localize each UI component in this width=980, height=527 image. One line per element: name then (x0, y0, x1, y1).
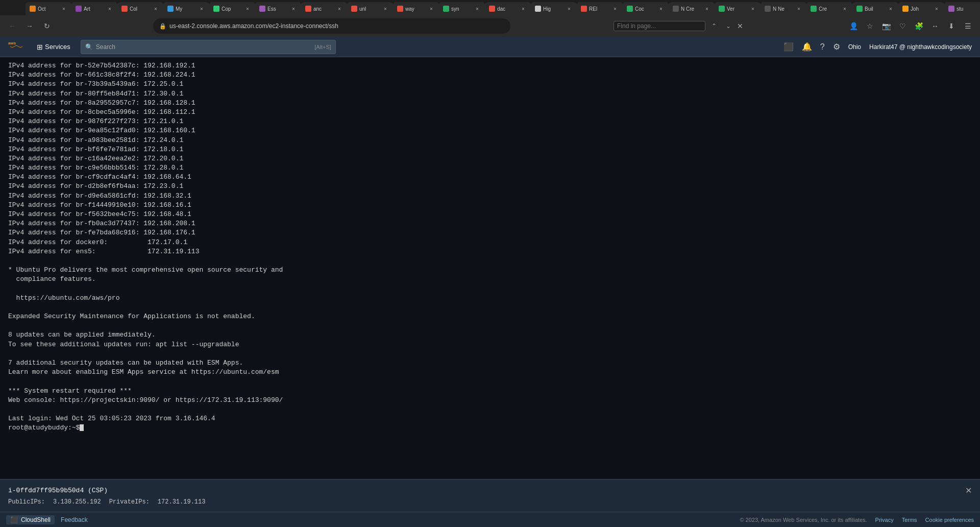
reload-button[interactable]: ↻ (40, 19, 54, 33)
terminal-line: IPv4 address for br-f14449910e10: 192.16… (8, 201, 972, 210)
browser-tab-t16[interactable]: Ver× (715, 2, 761, 15)
tab-close-button[interactable]: × (60, 5, 67, 12)
find-next-button[interactable]: ⌄ (723, 20, 734, 32)
tab-close-button[interactable]: × (336, 5, 343, 12)
bookmark-icon[interactable]: ☆ (863, 19, 877, 33)
browser-tab-t14[interactable]: Coc× (623, 2, 669, 15)
aws-region[interactable]: Ohio (848, 43, 861, 51)
browser-tab-t11[interactable]: dac× (485, 2, 531, 15)
terminal-line: compliance features. (8, 275, 972, 284)
svg-text:aws: aws (8, 41, 16, 45)
browser-tab-t4[interactable]: My× (163, 2, 209, 15)
terminal-cursor (80, 424, 84, 431)
tab-close-button[interactable]: × (474, 5, 481, 12)
tab-label: Coc (635, 6, 655, 12)
tab-close-button[interactable]: × (244, 5, 251, 12)
tab-close-button[interactable]: × (520, 5, 527, 12)
feedback-button[interactable]: Feedback (61, 516, 88, 523)
tab-close-button[interactable]: × (611, 5, 619, 12)
tab-label: My (176, 6, 196, 12)
tab-close-button[interactable]: × (198, 5, 205, 12)
browser-tab-t20[interactable]: Joh× (898, 2, 944, 15)
browser-tab-t19[interactable]: Buil× (852, 2, 898, 15)
tab-close-button[interactable]: × (795, 5, 802, 12)
cloudshell-button[interactable]: ⬛ CloudShell (6, 515, 55, 524)
tab-favicon (489, 6, 495, 12)
browser-tab-t1[interactable]: Oct× (26, 2, 71, 15)
tab-close-button[interactable]: × (566, 5, 573, 12)
browser-tab-t3[interactable]: Col× (117, 2, 163, 15)
terminal-line (8, 377, 972, 386)
tab-close-button[interactable]: × (841, 5, 848, 12)
info-panel: i-0ffdd7ff95b9b50d4 (CSP) ✕ PublicIPs: 3… (0, 479, 980, 512)
tab-favicon (305, 6, 311, 12)
find-close-button[interactable]: ✕ (737, 22, 743, 30)
cookie-link[interactable]: Cookie preferences (925, 517, 974, 523)
info-panel-close-button[interactable]: ✕ (965, 486, 972, 495)
tab-close-button[interactable]: × (703, 5, 710, 12)
terminal-line: IPv4 address for br-8cbec5a5996e: 192.16… (8, 108, 972, 117)
back-button[interactable]: ← (5, 19, 19, 33)
tab-close-button[interactable]: × (290, 5, 297, 12)
terminal-line: Learn more about enabling ESM Apps servi… (8, 368, 972, 377)
browser-tab-t5[interactable]: Cop× (209, 2, 255, 15)
terminal-line: IPv4 address for br-73b39a5439a6: 172.25… (8, 80, 972, 89)
aws-settings-icon[interactable]: ⚙ (833, 42, 840, 52)
tab-close-button[interactable]: × (657, 5, 665, 12)
terms-link[interactable]: Terms (902, 517, 917, 523)
address-bar[interactable]: 🔒 us-east-2.console.aws.amazon.com/ec2-i… (153, 18, 510, 34)
browser-tab-t9[interactable]: way× (393, 2, 439, 15)
terminal-line: IPv4 address for br-bf6fe7e781ad: 172.18… (8, 145, 972, 154)
aws-nav-right: ⬛ 🔔 ? ⚙ Ohio Harkirat47 @ nighthawkcodin… (783, 42, 972, 52)
browser-tab-t8[interactable]: unl× (347, 2, 393, 15)
terminal-line: IPv4 address for br-fb0ac3d77437: 192.16… (8, 219, 972, 228)
puzzle-icon[interactable]: 🧩 (912, 19, 926, 33)
services-button[interactable]: ⊞ Services (33, 41, 75, 53)
heart-icon[interactable]: ♡ (895, 19, 910, 33)
privacy-link[interactable]: Privacy (875, 517, 894, 523)
terminal-content[interactable]: IPv4 address for br-52e7b542387c: 192.16… (0, 57, 980, 476)
aws-topnav: aws ⊞ Services 🔍 Search [Alt+S] ⬛ 🔔 ? ⚙ … (0, 37, 980, 57)
browser-tab-t15[interactable]: N Cre× (669, 2, 715, 15)
aws-user[interactable]: Harkirat47 @ nighthawkcodingsociety (869, 43, 972, 51)
tab-close-button[interactable]: × (749, 5, 756, 12)
terminal-line (8, 321, 972, 330)
browser-tab-t2[interactable]: Art× (71, 2, 117, 15)
find-input[interactable] (614, 21, 705, 31)
find-prev-button[interactable]: ⌃ (708, 20, 720, 32)
browser-tab-t12[interactable]: Hig× (531, 2, 577, 15)
tab-favicon (397, 6, 403, 12)
screenshot-icon[interactable]: 📷 (879, 19, 893, 33)
terminal-line: Web console: https://projectskin:9090/ o… (8, 396, 972, 405)
browser-tab-t18[interactable]: Cre× (806, 2, 852, 15)
browser-tab-t21[interactable]: stu× (944, 2, 980, 15)
account-icon[interactable]: 👤 (846, 19, 861, 33)
tab-favicon (167, 6, 174, 12)
tab-close-button[interactable]: × (428, 5, 435, 12)
terminal-line (8, 349, 972, 358)
browser-tab-t10[interactable]: syn× (439, 2, 485, 15)
tab-close-button[interactable]: × (382, 5, 389, 12)
sync-icon[interactable]: ↔ (928, 19, 942, 33)
menu-button[interactable]: ☰ (961, 19, 975, 33)
forward-button[interactable]: → (22, 19, 37, 33)
aws-search-bar[interactable]: 🔍 Search [Alt+S] (81, 40, 336, 54)
tab-close-button[interactable]: × (106, 5, 113, 12)
aws-cloudshell-icon[interactable]: ⬛ (783, 42, 794, 52)
tab-bar: Oct×Art×Col×My×Cop×Ess×anc×unl×way×syn×d… (0, 0, 980, 15)
browser-tab-t17[interactable]: N Ne× (761, 2, 806, 15)
browser-tab-t13[interactable]: REl× (577, 2, 623, 15)
tab-close-button[interactable]: × (933, 5, 940, 12)
tab-label: stu (957, 6, 977, 12)
tab-close-button[interactable]: × (887, 5, 894, 12)
aws-notification-icon[interactable]: 🔔 (802, 42, 812, 52)
tab-label: Ver (727, 6, 747, 12)
terminal-line: IPv4 address for br-fe7bda68c916: 192.16… (8, 228, 972, 237)
aws-help-icon[interactable]: ? (820, 42, 825, 52)
browser-tab-t7[interactable]: anc× (301, 2, 347, 15)
terminal-line: IPv4 address for br-9ea85c12fad0: 192.16… (8, 126, 972, 135)
tab-close-button[interactable]: × (152, 5, 159, 12)
tab-label: N Cre (681, 6, 701, 12)
browser-tab-t6[interactable]: Ess× (255, 2, 301, 15)
download-icon[interactable]: ⬇ (944, 19, 959, 33)
